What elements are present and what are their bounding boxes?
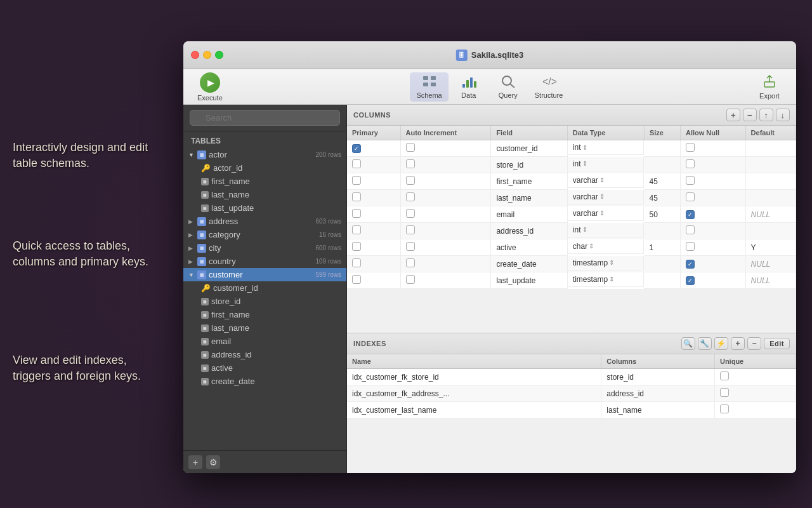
- cell-allownull[interactable]: [680, 239, 745, 256]
- primary-checkbox[interactable]: [352, 225, 361, 234]
- cell-allownull[interactable]: ✓: [680, 256, 745, 272]
- cell-auto[interactable]: [400, 190, 491, 206]
- sidebar-item-actor-last-name[interactable]: ▦ last_name: [183, 188, 346, 201]
- null-checkbox[interactable]: [686, 192, 695, 201]
- unique-checkbox[interactable]: [720, 404, 729, 413]
- move-up-button[interactable]: ↑: [759, 109, 773, 121]
- cell-primary[interactable]: [347, 272, 400, 289]
- null-checkbox[interactable]: [686, 143, 695, 152]
- sidebar-item-actor-last-update[interactable]: ▦ last_update: [183, 201, 346, 215]
- sidebar-item-customer-create-date[interactable]: ▦ create_date: [183, 375, 346, 388]
- sidebar-item-customer-email[interactable]: ▦ email: [183, 335, 346, 348]
- sidebar-item-customer-active[interactable]: ▦ active: [183, 361, 346, 375]
- primary-checkbox[interactable]: [352, 258, 361, 267]
- auto-checkbox[interactable]: [406, 192, 415, 201]
- cell-allownull[interactable]: [680, 173, 745, 190]
- cell-allownull[interactable]: [680, 140, 745, 157]
- primary-checkbox[interactable]: [352, 192, 361, 201]
- sidebar-item-country[interactable]: ▶ ▦ country 109 rows: [183, 255, 346, 268]
- auto-checkbox[interactable]: [406, 159, 415, 168]
- cell-primary[interactable]: [347, 223, 400, 239]
- sidebar-item-address[interactable]: ▶ ▦ address 603 rows: [183, 215, 346, 228]
- sidebar-item-customer-address-id[interactable]: ▦ address_id: [183, 348, 346, 361]
- auto-checkbox[interactable]: [406, 258, 415, 267]
- minimize-button[interactable]: [203, 51, 211, 59]
- maximize-button[interactable]: [215, 51, 223, 59]
- cell-primary[interactable]: [347, 190, 400, 206]
- remove-column-button[interactable]: −: [743, 109, 757, 121]
- sidebar-item-actor-id[interactable]: 🔑 actor_id: [183, 161, 346, 175]
- cell-allownull[interactable]: [680, 190, 745, 206]
- cell-index-unique[interactable]: [714, 385, 796, 402]
- add-column-button[interactable]: +: [726, 109, 740, 121]
- auto-checkbox[interactable]: [406, 242, 415, 251]
- null-checkbox[interactable]: [686, 242, 695, 251]
- cell-allownull[interactable]: [680, 223, 745, 239]
- null-checkbox[interactable]: [686, 176, 695, 185]
- cell-auto[interactable]: [400, 239, 491, 256]
- sidebar-item-customer-last-name[interactable]: ▦ last_name: [183, 321, 346, 335]
- primary-checkbox[interactable]: [352, 176, 361, 185]
- cell-auto[interactable]: [400, 140, 491, 157]
- cell-primary[interactable]: [347, 206, 400, 223]
- edit-index-button[interactable]: Edit: [764, 338, 790, 349]
- close-button[interactable]: [191, 51, 199, 59]
- remove-index-button[interactable]: −: [747, 337, 761, 350]
- primary-checkbox[interactable]: [352, 275, 361, 284]
- auto-checkbox[interactable]: [406, 176, 415, 185]
- settings-button[interactable]: ⚙: [206, 455, 220, 469]
- cell-auto[interactable]: [400, 157, 491, 173]
- trigger-button[interactable]: ⚡: [714, 337, 728, 350]
- primary-checkbox[interactable]: [352, 159, 361, 168]
- sidebar-item-customer[interactable]: ▼ ▦ customer 599 rows: [183, 268, 346, 281]
- sidebar-item-customer-store-id[interactable]: ▦ store_id: [183, 295, 346, 308]
- add-index-button[interactable]: +: [731, 337, 745, 350]
- sidebar-item-city[interactable]: ▶ ▦ city 600 rows: [183, 241, 346, 255]
- cell-allownull[interactable]: [680, 157, 745, 173]
- cell-auto[interactable]: [400, 173, 491, 190]
- auto-checkbox[interactable]: [406, 275, 415, 284]
- cell-primary[interactable]: [347, 173, 400, 190]
- structure-tab[interactable]: </> Structure: [528, 72, 570, 102]
- unique-checkbox[interactable]: [720, 371, 729, 380]
- schema-tab[interactable]: Schema: [410, 72, 448, 102]
- search-index-button[interactable]: 🔍: [681, 337, 695, 350]
- cell-allownull[interactable]: ✓: [680, 206, 745, 223]
- sidebar-item-customer-id[interactable]: 🔑 customer_id: [183, 281, 346, 295]
- cell-auto[interactable]: [400, 272, 491, 289]
- cell-allownull[interactable]: ✓: [680, 272, 745, 289]
- sidebar-item-customer-first-name[interactable]: ▦ first_name: [183, 308, 346, 321]
- sidebar-item-actor[interactable]: ▼ ▦ actor 200 rows: [183, 148, 346, 161]
- primary-checkbox[interactable]: ✓: [352, 144, 361, 153]
- unique-checkbox[interactable]: [720, 388, 729, 397]
- null-checkbox[interactable]: [686, 159, 695, 168]
- null-checkbox[interactable]: [686, 225, 695, 234]
- auto-checkbox[interactable]: [406, 143, 415, 152]
- null-checkbox[interactable]: ✓: [686, 276, 695, 285]
- wrench-button[interactable]: 🔧: [698, 337, 712, 350]
- primary-checkbox[interactable]: [352, 209, 361, 218]
- sidebar-item-actor-first-name[interactable]: ▦ first_name: [183, 175, 346, 188]
- cell-primary[interactable]: [347, 157, 400, 173]
- null-checkbox[interactable]: ✓: [686, 260, 695, 269]
- move-down-button[interactable]: ↓: [776, 109, 790, 121]
- add-table-button[interactable]: +: [188, 455, 202, 469]
- primary-checkbox[interactable]: [352, 242, 361, 251]
- cell-primary[interactable]: [347, 239, 400, 256]
- cell-auto[interactable]: [400, 223, 491, 239]
- cell-index-unique[interactable]: [714, 369, 796, 385]
- sidebar-item-category[interactable]: ▶ ▦ category 16 rows: [183, 228, 346, 241]
- query-tab[interactable]: Query: [489, 72, 527, 102]
- cell-primary[interactable]: [347, 256, 400, 272]
- search-input[interactable]: [190, 110, 340, 126]
- execute-button[interactable]: ▶ Execute: [191, 70, 229, 104]
- auto-checkbox[interactable]: [406, 209, 415, 218]
- data-tab[interactable]: Data: [450, 72, 488, 102]
- auto-checkbox[interactable]: [406, 225, 415, 234]
- cell-primary[interactable]: ✓: [347, 140, 400, 157]
- cell-index-unique[interactable]: [714, 402, 796, 418]
- export-button[interactable]: Export: [750, 72, 789, 102]
- cell-auto[interactable]: [400, 256, 491, 272]
- null-checkbox[interactable]: ✓: [686, 210, 695, 219]
- cell-auto[interactable]: [400, 206, 491, 223]
